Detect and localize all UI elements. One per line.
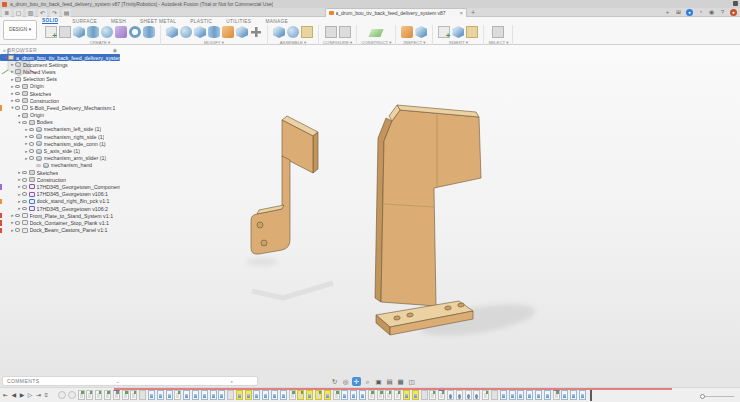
timeline-zoom-slider[interactable]: [702, 396, 734, 397]
visibility-eye-icon[interactable]: [29, 128, 34, 132]
browser-item[interactable]: ▸Front_Plate_to_Stand_System v1:1: [0, 212, 120, 219]
add-tab-icon[interactable]: +: [664, 9, 671, 16]
visibility-eye-icon[interactable]: [22, 192, 27, 196]
timeline-feature[interactable]: [201, 390, 208, 400]
look-at-icon[interactable]: ◎: [341, 377, 350, 386]
timeline-feature[interactable]: [58, 391, 66, 399]
browser-item[interactable]: ▸Document Settings: [0, 61, 120, 68]
timeline-feature[interactable]: [78, 390, 85, 400]
timeline-feature[interactable]: [447, 390, 454, 400]
insert-cad-button[interactable]: [466, 26, 478, 38]
browser-item[interactable]: mechanism_hand: [0, 162, 120, 169]
decal-button[interactable]: [452, 26, 464, 38]
browser-item[interactable]: ▸Construction: [0, 176, 120, 183]
joint-button[interactable]: [287, 26, 299, 38]
visibility-eye-icon[interactable]: [36, 164, 41, 168]
browser-item[interactable]: ▸17HD345_Georgetown v106:1: [0, 191, 120, 198]
left-part-body[interactable]: [251, 116, 318, 254]
timeline-feature[interactable]: [86, 390, 93, 400]
visibility-eye-icon[interactable]: [29, 156, 34, 160]
configuration-table-button[interactable]: [339, 26, 351, 38]
timeline-feature[interactable]: [368, 390, 375, 400]
browser-header[interactable]: « BROWSER ◉: [0, 46, 120, 54]
select-button[interactable]: [492, 26, 504, 38]
visibility-eye-icon[interactable]: [29, 135, 34, 139]
timeline-feature[interactable]: [482, 390, 489, 400]
browser-item[interactable]: ▸Dock_Beam_Castors_Panel v1:1: [0, 227, 120, 234]
undo-icon[interactable]: ↶: [38, 9, 47, 17]
timeline-feature[interactable]: [306, 390, 313, 400]
offset-plane-button[interactable]: [369, 29, 384, 37]
ribbon-tab-manage[interactable]: MANAGE: [265, 19, 288, 24]
timeline-feature[interactable]: [553, 390, 560, 400]
split-body-button[interactable]: [222, 26, 234, 38]
browser-item[interactable]: ▾Bodies: [0, 119, 120, 126]
ribbon-tab-solid[interactable]: SOLID: [42, 18, 58, 24]
browser-item[interactable]: ▸Named Views: [0, 68, 120, 75]
thread-button[interactable]: [143, 26, 155, 38]
timeline-feature[interactable]: [245, 390, 252, 400]
browser-item[interactable]: ▸Selection Sets: [0, 76, 120, 83]
timeline-feature[interactable]: [315, 390, 322, 400]
timeline-feature[interactable]: [236, 390, 243, 400]
timeline-feature[interactable]: [139, 390, 146, 400]
browser-item[interactable]: ▸Sketches: [0, 169, 120, 176]
timeline-feature[interactable]: [509, 390, 516, 400]
new-component-button[interactable]: [45, 26, 57, 38]
combine-button[interactable]: [208, 26, 220, 38]
timeline-feature[interactable]: [438, 390, 445, 400]
job-status-icon[interactable]: ●: [686, 9, 693, 16]
help-icon[interactable]: ?: [719, 9, 726, 16]
move-copy-button[interactable]: [250, 26, 262, 38]
browser-item[interactable]: ▸mechanism_side_conn (1): [0, 140, 120, 147]
browser-item[interactable]: ▸Sketches: [0, 90, 120, 97]
hole-button[interactable]: [129, 26, 141, 38]
orbit-icon[interactable]: ↻: [330, 377, 339, 386]
go-to-start-button[interactable]: ⇤: [3, 391, 8, 399]
display-settings-icon[interactable]: ▤: [385, 377, 394, 386]
pan-icon[interactable]: ✛: [352, 377, 361, 386]
create-sketch-button[interactable]: [59, 26, 71, 38]
timeline-feature[interactable]: [429, 390, 436, 400]
timeline-feature[interactable]: [192, 390, 199, 400]
export-icon[interactable]: ▤: [62, 9, 71, 17]
visibility-eye-icon[interactable]: [15, 214, 20, 218]
visibility-eye-icon[interactable]: [29, 142, 34, 146]
right-part-body[interactable]: [375, 105, 481, 335]
timeline-feature[interactable]: [561, 390, 568, 400]
timeline-feature[interactable]: [579, 390, 586, 400]
timeline-feature[interactable]: [95, 390, 102, 400]
timeline-feature[interactable]: [333, 390, 340, 400]
slider-knob[interactable]: [700, 394, 705, 399]
extensions-icon[interactable]: ⊞: [675, 9, 682, 16]
ribbon-tab-surface[interactable]: SURFACE: [72, 19, 97, 24]
browser-item[interactable]: ▾S-Bolt_Feed_Delivery_Mechanism:1: [0, 104, 120, 111]
new-tab-button[interactable]: +: [471, 9, 475, 16]
extrude-button[interactable]: [73, 26, 85, 38]
go-to-end-button[interactable]: ⇥: [36, 391, 41, 399]
timeline-feature[interactable]: [421, 390, 428, 400]
timeline-feature[interactable]: [218, 390, 225, 400]
timeline-feature[interactable]: [385, 390, 392, 400]
timeline-feature[interactable]: [324, 390, 331, 400]
step-forward-button[interactable]: ▷: [28, 391, 33, 399]
notifications-icon[interactable]: ◉: [708, 9, 715, 16]
visibility-eye-icon[interactable]: [22, 207, 27, 211]
timeline-feature[interactable]: [517, 390, 524, 400]
visibility-eye-icon[interactable]: [15, 221, 20, 225]
timeline-options-button[interactable]: ≡: [44, 391, 48, 399]
visibility-eye-icon[interactable]: [29, 149, 34, 153]
fit-icon[interactable]: ▣: [374, 377, 383, 386]
visibility-eye-icon[interactable]: [15, 228, 20, 232]
timeline-feature[interactable]: [377, 390, 384, 400]
application-menu-icon[interactable]: ≣: [2, 9, 11, 17]
document-tab[interactable]: a_drum_bou_ttv_back_feed_delivery_system…: [325, 8, 467, 17]
visibility-eye-icon[interactable]: [22, 121, 27, 125]
insert-derive-button[interactable]: [438, 26, 450, 38]
play-button[interactable]: ▶: [20, 391, 25, 399]
section-analysis-button[interactable]: [415, 26, 427, 38]
visibility-eye-icon[interactable]: [22, 178, 27, 182]
viewports-icon[interactable]: ◫: [407, 377, 416, 386]
timeline-feature[interactable]: [289, 390, 296, 400]
visibility-eye-icon[interactable]: [22, 185, 27, 189]
